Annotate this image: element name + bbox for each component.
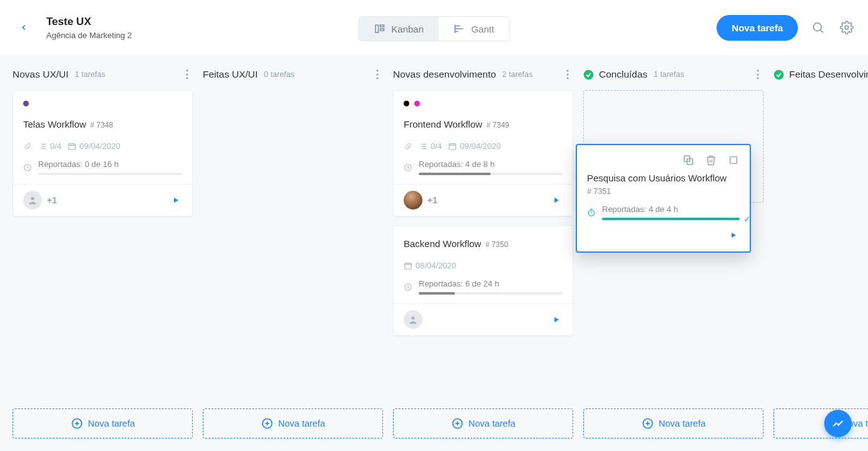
column-title: Novas UX/UI bbox=[13, 69, 69, 80]
add-task-label: Nova tarefa bbox=[278, 418, 325, 428]
add-task-lane[interactable]: Nova tarefa bbox=[13, 408, 193, 438]
play-button[interactable] bbox=[170, 194, 182, 206]
svg-rect-2 bbox=[380, 29, 384, 31]
person-icon bbox=[28, 195, 38, 205]
check-circle-icon bbox=[583, 69, 594, 80]
add-task-lane[interactable]: Nova tarefa bbox=[203, 408, 383, 438]
progress-track bbox=[419, 292, 563, 295]
tag-dot bbox=[404, 101, 409, 106]
play-icon bbox=[553, 196, 560, 204]
card-footer: +1 bbox=[13, 184, 192, 216]
dragging-task-card[interactable]: Pesquisa com Usuários Workflow # 7351 Re… bbox=[576, 144, 751, 253]
title-block: Teste UX Agência de Marketing 2 bbox=[46, 16, 132, 40]
dots-vertical-icon bbox=[376, 69, 379, 79]
analytics-fab[interactable] bbox=[824, 410, 852, 437]
tag-dot bbox=[414, 101, 420, 106]
list-icon bbox=[419, 142, 427, 151]
play-button[interactable] bbox=[550, 194, 563, 206]
due-date-text: 09/04/2020 bbox=[460, 141, 501, 151]
plus-circle-icon bbox=[71, 417, 83, 430]
card-title: Frontend Workflow bbox=[404, 119, 483, 129]
play-button[interactable] bbox=[727, 229, 740, 241]
svg-point-55 bbox=[411, 317, 414, 320]
tab-gantt[interactable]: Gantt bbox=[439, 17, 509, 41]
clock-icon bbox=[404, 163, 412, 172]
add-task-lane[interactable]: Nova tarefa bbox=[583, 408, 763, 438]
card-id: # 7349 bbox=[486, 121, 509, 129]
new-task-button[interactable]: Nova tarefa bbox=[717, 15, 798, 41]
svg-rect-50 bbox=[405, 263, 412, 268]
check-circle-icon bbox=[774, 69, 784, 80]
calendar-icon bbox=[68, 142, 76, 151]
search-button[interactable] bbox=[809, 19, 827, 36]
column-count: 1 tarefas bbox=[654, 70, 685, 79]
column-header: Concluídas 1 tarefas bbox=[583, 65, 763, 84]
add-task-label: Nova tarefa bbox=[88, 418, 135, 428]
task-card[interactable]: Backend Workflow # 7350 08/04/2020 Repor… bbox=[393, 225, 573, 336]
column-menu-button[interactable] bbox=[562, 69, 573, 79]
svg-rect-73 bbox=[730, 157, 737, 164]
card-footer: +1 bbox=[394, 184, 573, 216]
task-card[interactable]: Frontend Workflow # 7349 0/4 09/04/2020 bbox=[393, 90, 573, 216]
avatar bbox=[404, 191, 422, 210]
due-date: 09/04/2020 bbox=[448, 141, 501, 151]
card-meta: 08/04/2020 bbox=[404, 261, 563, 270]
svg-marker-56 bbox=[554, 317, 559, 322]
svg-point-67 bbox=[774, 69, 784, 79]
column-title: Concluídas bbox=[599, 69, 648, 80]
column-title: Feitas UX/UI bbox=[203, 69, 258, 80]
kanban-board: Novas UX/UI 1 tarefas Telas Workflow # 7… bbox=[0, 55, 868, 451]
card-id: # 7350 bbox=[485, 240, 508, 249]
due-date-text: 09/04/2020 bbox=[79, 141, 120, 151]
reported-label: Reportadas: 4 de 4 h bbox=[602, 205, 740, 214]
settings-button[interactable] bbox=[838, 19, 855, 36]
svg-point-62 bbox=[757, 73, 758, 75]
svg-point-61 bbox=[757, 69, 758, 71]
due-date: 09/04/2020 bbox=[68, 141, 120, 151]
clock-icon bbox=[23, 163, 32, 172]
plus-circle-icon bbox=[261, 417, 273, 430]
subtasks-count: 0/4 bbox=[50, 141, 61, 151]
column-menu-button[interactable] bbox=[181, 69, 193, 79]
column-menu-button[interactable] bbox=[372, 69, 383, 79]
tab-kanban[interactable]: Kanban bbox=[359, 17, 439, 41]
card-id: # 7348 bbox=[90, 121, 113, 129]
tag-row bbox=[23, 101, 182, 106]
dots-vertical-icon bbox=[186, 69, 188, 79]
copy-button[interactable] bbox=[682, 154, 695, 166]
check-icon: ✓ bbox=[743, 214, 751, 224]
column-count: 2 tarefas bbox=[503, 70, 533, 79]
svg-rect-0 bbox=[375, 25, 379, 33]
subtasks-count: 0/4 bbox=[431, 141, 442, 151]
card-title: Backend Workflow bbox=[404, 238, 481, 249]
add-task-label: Nova tarefa bbox=[469, 418, 516, 428]
svg-point-60 bbox=[584, 69, 594, 79]
avatar-placeholder bbox=[23, 191, 42, 210]
add-task-lane[interactable]: Nova tarefa bbox=[393, 408, 573, 438]
progress-track bbox=[38, 173, 182, 175]
delete-button[interactable] bbox=[705, 154, 717, 166]
add-task-lane[interactable]: Nova tarefa bbox=[774, 408, 868, 438]
column-menu-button[interactable] bbox=[752, 69, 763, 79]
tab-kanban-label: Kanban bbox=[391, 24, 424, 34]
play-button[interactable] bbox=[550, 313, 563, 326]
svg-point-63 bbox=[757, 77, 758, 79]
reported-row: Reportadas: 4 de 4 h ✓ bbox=[587, 205, 740, 220]
clock-icon bbox=[404, 283, 412, 291]
column-header: Novas UX/UI 1 tarefas bbox=[13, 65, 193, 84]
column-count: 0 tarefas bbox=[264, 70, 295, 79]
back-button[interactable] bbox=[13, 16, 35, 39]
reported-row: Reportadas: 4 de 8 h bbox=[404, 160, 563, 175]
add-task-label: Nova tarefa bbox=[659, 418, 706, 428]
reported-label: Reportadas: 0 de 16 h bbox=[38, 160, 182, 169]
tag-row bbox=[404, 101, 563, 106]
view-toggle: Kanban Gantt bbox=[358, 16, 509, 41]
task-card[interactable]: Telas Workflow # 7348 0/4 09/04/2020 bbox=[13, 90, 193, 216]
progress-track bbox=[419, 173, 563, 175]
due-date: 08/04/2020 bbox=[404, 261, 456, 270]
reported-label: Reportadas: 6 de 24 h bbox=[419, 279, 563, 288]
card-title: Pesquisa com Usuários Workflow bbox=[587, 173, 740, 183]
attachment-icon bbox=[404, 142, 412, 151]
archive-button[interactable] bbox=[727, 154, 740, 166]
play-icon bbox=[553, 316, 560, 323]
